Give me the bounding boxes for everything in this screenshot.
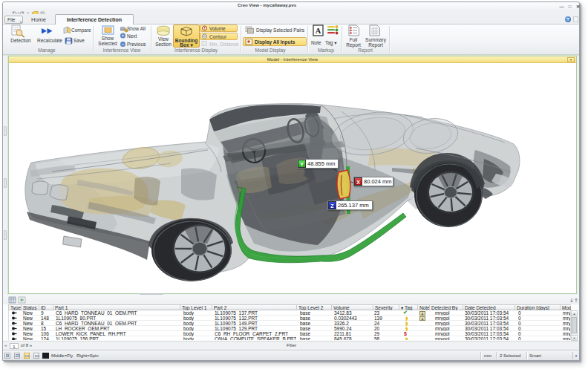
svg-text:A: A	[316, 27, 321, 35]
